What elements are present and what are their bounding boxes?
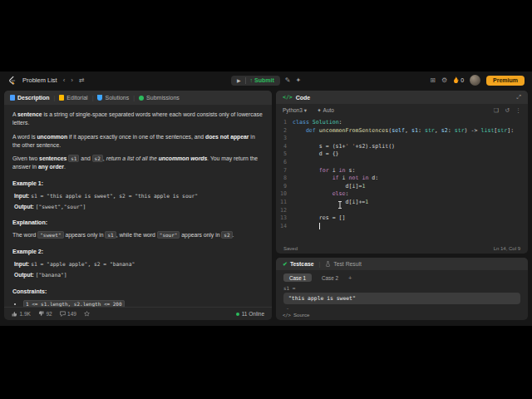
code-token bbox=[293, 127, 306, 134]
input-label: Input: bbox=[14, 261, 31, 267]
constraints-list: 1 <= s1.length, s2.length <= 200s1 and s… bbox=[23, 300, 264, 307]
format-icon[interactable]: ❏ bbox=[494, 107, 499, 114]
favorite-button[interactable] bbox=[84, 311, 90, 317]
output-label: Output: bbox=[14, 272, 36, 278]
tab-testcase[interactable]: ✔ Testcase bbox=[283, 261, 313, 268]
layout-icon[interactable]: ⊞ bbox=[430, 77, 436, 84]
code-line[interactable]: ​ bbox=[293, 207, 528, 215]
code-line[interactable]: for i in s: bbox=[293, 167, 528, 175]
sparkle-icon[interactable]: ✦ bbox=[295, 77, 301, 84]
code-editor[interactable]: 1234567891011121314 class Solution: def … bbox=[276, 116, 528, 243]
s1-label: s1 = bbox=[283, 285, 520, 291]
dislike-button[interactable]: 92 bbox=[38, 311, 52, 317]
code-token: d[i]+= bbox=[293, 199, 365, 205]
code-line[interactable]: ​ bbox=[293, 159, 528, 167]
online-dot-icon bbox=[236, 313, 239, 316]
description-icon bbox=[10, 95, 15, 101]
settings-gear-icon[interactable]: ⚙ bbox=[441, 77, 447, 84]
code-panel-title: Code bbox=[296, 95, 311, 101]
tab-editorial[interactable]: Editorial bbox=[59, 95, 87, 101]
submit-button[interactable]: ↑ Submit bbox=[250, 77, 274, 83]
premium-button[interactable]: Premium bbox=[486, 76, 525, 86]
editor-statusbar: Saved Ln 14, Col 9 bbox=[276, 243, 528, 254]
text-segment: . bbox=[64, 164, 66, 170]
input-value: s1 = "apple apple", s2 = "banana" bbox=[31, 261, 135, 267]
tab-description[interactable]: Description bbox=[10, 95, 50, 101]
code-token: uncommonFromSentences bbox=[319, 127, 388, 134]
tab-submissions[interactable]: Submissions bbox=[139, 95, 180, 101]
code-token: s1 bbox=[411, 127, 418, 134]
auto-toggle[interactable]: ✦ Auto bbox=[317, 107, 334, 114]
line-number: 11 bbox=[276, 199, 287, 207]
run-button[interactable]: ▶ bbox=[237, 77, 241, 83]
code-line[interactable]: if i not in d: bbox=[293, 175, 528, 183]
streak-counter[interactable]: 0 bbox=[453, 76, 464, 84]
reset-icon[interactable]: ↺ bbox=[505, 107, 510, 114]
code-line[interactable]: res = [] bbox=[293, 214, 528, 223]
code-token: class bbox=[293, 119, 309, 126]
text-segment: is a string of single-space separated wo… bbox=[12, 111, 263, 126]
line-number: 10 bbox=[276, 190, 287, 199]
line-numbers: 1234567891011121314 bbox=[276, 119, 293, 243]
code-line[interactable]: class Solution: bbox=[293, 119, 528, 127]
tab-solutions[interactable]: Solutions bbox=[97, 95, 129, 101]
code-line[interactable]: d[i]+=1 bbox=[293, 199, 528, 207]
thumbs-up-icon bbox=[12, 311, 17, 317]
source-button[interactable]: Source bbox=[293, 312, 310, 318]
comments-button[interactable]: 149 bbox=[60, 311, 76, 317]
text-segment: s1 bbox=[68, 155, 79, 162]
text-segment: s2 bbox=[92, 155, 103, 162]
shuffle-icon[interactable]: ⇄ bbox=[79, 77, 85, 84]
line-number: 2 bbox=[276, 127, 287, 135]
like-button[interactable]: 1.9K bbox=[12, 311, 31, 317]
tab-test-result[interactable]: Test Result bbox=[325, 261, 362, 267]
output-label: Output: bbox=[14, 204, 36, 209]
language-selector[interactable]: Python3 ▾ bbox=[283, 107, 307, 114]
code-token: d: bbox=[368, 175, 378, 181]
code-token: ]: bbox=[507, 127, 514, 134]
code-line[interactable]: d[i]=1 bbox=[293, 183, 528, 191]
code-token: ' ' bbox=[346, 143, 356, 150]
next-problem-icon[interactable]: › bbox=[71, 77, 73, 84]
testcase-header: ✔ Testcase | Test Result bbox=[276, 258, 528, 270]
text-segment: s1 bbox=[105, 231, 116, 239]
case-1-tab[interactable]: Case 1 bbox=[283, 273, 312, 282]
prev-problem-icon[interactable]: ‹ bbox=[63, 77, 66, 84]
code-token: i bbox=[339, 175, 349, 181]
text-segment: appears only in bbox=[64, 232, 106, 238]
code-line[interactable]: s = (s1+' '+s2).split() bbox=[293, 143, 528, 151]
leetcode-logo-icon[interactable] bbox=[7, 76, 17, 85]
problem-list-link[interactable]: Problem List bbox=[22, 76, 57, 84]
expand-panel-icon[interactable]: ⤢ bbox=[516, 94, 521, 101]
code-token: 1 bbox=[365, 199, 368, 205]
code-line[interactable]: ​ bbox=[293, 135, 528, 143]
code-token: list bbox=[480, 127, 494, 134]
code-line[interactable] bbox=[293, 223, 528, 232]
code-token: s: bbox=[346, 167, 356, 174]
explanation-text: The word "sweet" appears only in s1, whi… bbox=[12, 231, 264, 239]
flame-icon bbox=[453, 76, 459, 84]
avatar[interactable] bbox=[470, 75, 480, 86]
line-number: 12 bbox=[276, 207, 287, 215]
notes-icon[interactable]: ✎ bbox=[285, 77, 291, 84]
case-2-tab[interactable]: Case 2 bbox=[316, 273, 344, 282]
example-input: Input: s1 = "this apple is sweet", s2 = … bbox=[14, 192, 264, 200]
add-case-button[interactable]: + bbox=[348, 274, 352, 282]
s1-input[interactable]: "this apple is sweet" bbox=[283, 293, 520, 304]
code-line[interactable]: d = {} bbox=[293, 150, 528, 159]
line-number: 8 bbox=[276, 175, 287, 183]
code-line[interactable]: def uncommonFromSentences(self, s1: str,… bbox=[293, 127, 528, 135]
description-paragraph: A sentence is a string of single-space s… bbox=[12, 111, 264, 127]
code-token: res = [] bbox=[293, 214, 346, 221]
more-options-icon[interactable]: ⋮ bbox=[515, 107, 521, 114]
code-lines[interactable]: class Solution: def uncommonFromSentence… bbox=[293, 119, 528, 243]
line-number: 5 bbox=[276, 150, 287, 159]
testcase-footer: </> Source bbox=[276, 309, 528, 320]
text-segment: and bbox=[79, 155, 91, 161]
code-token: 1 bbox=[362, 183, 365, 190]
code-line[interactable]: else: bbox=[293, 190, 528, 199]
line-number: 9 bbox=[276, 183, 287, 191]
line-number: 6 bbox=[276, 159, 287, 167]
code-token: , bbox=[435, 127, 441, 134]
code-panel: </> Code ⤢ Python3 ▾ ✦ Auto bbox=[276, 91, 528, 254]
